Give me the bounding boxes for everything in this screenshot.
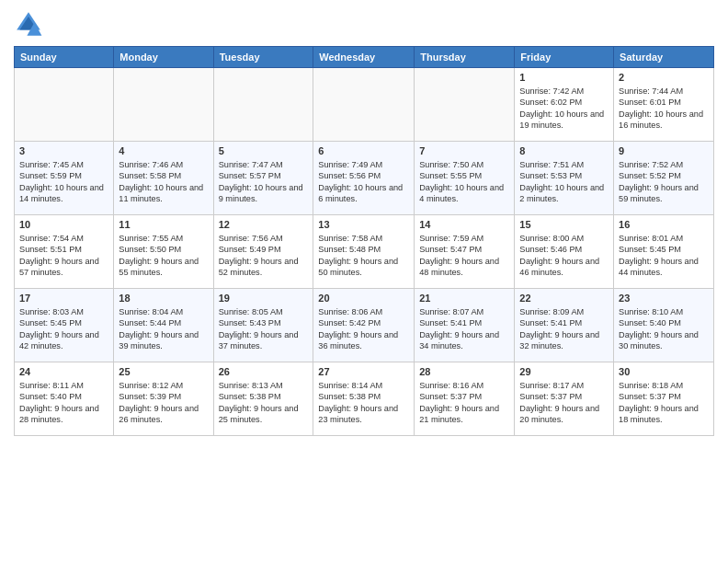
page: SundayMondayTuesdayWednesdayThursdayFrid… bbox=[0, 0, 728, 563]
day-cell: 5Sunrise: 7:47 AM Sunset: 5:57 PM Daylig… bbox=[213, 142, 313, 215]
logo-icon bbox=[14, 9, 43, 39]
col-header-tuesday: Tuesday bbox=[213, 47, 313, 68]
day-cell bbox=[415, 68, 515, 142]
day-cell: 25Sunrise: 8:12 AM Sunset: 5:39 PM Dayli… bbox=[114, 362, 213, 436]
day-cell: 21Sunrise: 8:07 AM Sunset: 5:41 PM Dayli… bbox=[415, 289, 515, 362]
day-info: Sunrise: 7:55 AM Sunset: 5:50 PM Dayligh… bbox=[119, 233, 208, 279]
day-info: Sunrise: 8:10 AM Sunset: 5:40 PM Dayligh… bbox=[619, 306, 709, 352]
calendar-header-row: SundayMondayTuesdayWednesdayThursdayFrid… bbox=[15, 47, 714, 68]
day-cell: 20Sunrise: 8:06 AM Sunset: 5:42 PM Dayli… bbox=[313, 289, 415, 362]
day-number: 12 bbox=[219, 218, 309, 232]
day-number: 30 bbox=[619, 365, 709, 379]
day-number: 25 bbox=[119, 365, 208, 379]
day-info: Sunrise: 8:18 AM Sunset: 5:37 PM Dayligh… bbox=[619, 380, 709, 426]
day-info: Sunrise: 8:09 AM Sunset: 5:41 PM Dayligh… bbox=[519, 306, 609, 352]
col-header-thursday: Thursday bbox=[415, 47, 515, 68]
day-number: 10 bbox=[19, 218, 108, 232]
day-cell: 29Sunrise: 8:17 AM Sunset: 5:37 PM Dayli… bbox=[515, 362, 614, 436]
day-info: Sunrise: 8:01 AM Sunset: 5:45 PM Dayligh… bbox=[619, 233, 709, 279]
col-header-wednesday: Wednesday bbox=[313, 47, 415, 68]
day-cell: 6Sunrise: 7:49 AM Sunset: 5:56 PM Daylig… bbox=[313, 142, 415, 215]
day-number: 19 bbox=[219, 292, 309, 305]
day-number: 26 bbox=[219, 365, 309, 379]
day-number: 29 bbox=[519, 365, 609, 379]
day-info: Sunrise: 8:06 AM Sunset: 5:42 PM Dayligh… bbox=[318, 306, 409, 352]
day-info: Sunrise: 7:45 AM Sunset: 5:59 PM Dayligh… bbox=[19, 159, 108, 205]
day-number: 21 bbox=[419, 292, 509, 305]
day-number: 24 bbox=[19, 365, 108, 379]
day-number: 16 bbox=[619, 218, 709, 232]
col-header-saturday: Saturday bbox=[614, 47, 714, 68]
day-number: 28 bbox=[419, 365, 509, 379]
day-cell bbox=[114, 68, 213, 142]
day-info: Sunrise: 7:50 AM Sunset: 5:55 PM Dayligh… bbox=[419, 159, 509, 205]
day-cell: 3Sunrise: 7:45 AM Sunset: 5:59 PM Daylig… bbox=[15, 142, 114, 215]
day-number: 7 bbox=[419, 144, 509, 158]
day-cell: 7Sunrise: 7:50 AM Sunset: 5:55 PM Daylig… bbox=[415, 142, 515, 215]
day-info: Sunrise: 8:11 AM Sunset: 5:40 PM Dayligh… bbox=[19, 380, 108, 426]
day-number: 13 bbox=[318, 218, 409, 232]
day-number: 22 bbox=[519, 292, 609, 305]
day-info: Sunrise: 8:00 AM Sunset: 5:46 PM Dayligh… bbox=[519, 233, 609, 279]
day-info: Sunrise: 7:42 AM Sunset: 6:02 PM Dayligh… bbox=[519, 86, 609, 132]
day-number: 4 bbox=[119, 144, 208, 158]
day-info: Sunrise: 8:07 AM Sunset: 5:41 PM Dayligh… bbox=[419, 306, 509, 352]
col-header-sunday: Sunday bbox=[15, 47, 114, 68]
week-row-4: 24Sunrise: 8:11 AM Sunset: 5:40 PM Dayli… bbox=[15, 362, 714, 436]
day-cell: 26Sunrise: 8:13 AM Sunset: 5:38 PM Dayli… bbox=[213, 362, 313, 436]
day-info: Sunrise: 7:52 AM Sunset: 5:52 PM Dayligh… bbox=[619, 159, 709, 205]
day-info: Sunrise: 7:51 AM Sunset: 5:53 PM Dayligh… bbox=[519, 159, 609, 205]
day-cell: 22Sunrise: 8:09 AM Sunset: 5:41 PM Dayli… bbox=[515, 289, 614, 362]
day-cell: 17Sunrise: 8:03 AM Sunset: 5:45 PM Dayli… bbox=[15, 289, 114, 362]
week-row-2: 10Sunrise: 7:54 AM Sunset: 5:51 PM Dayli… bbox=[15, 215, 714, 289]
day-cell: 16Sunrise: 8:01 AM Sunset: 5:45 PM Dayli… bbox=[614, 215, 714, 289]
day-number: 14 bbox=[419, 218, 509, 232]
day-cell: 10Sunrise: 7:54 AM Sunset: 5:51 PM Dayli… bbox=[15, 215, 114, 289]
day-cell: 30Sunrise: 8:18 AM Sunset: 5:37 PM Dayli… bbox=[614, 362, 714, 436]
day-number: 20 bbox=[318, 292, 409, 305]
day-cell bbox=[15, 68, 114, 142]
day-info: Sunrise: 7:56 AM Sunset: 5:49 PM Dayligh… bbox=[219, 233, 309, 279]
day-cell: 15Sunrise: 8:00 AM Sunset: 5:46 PM Dayli… bbox=[515, 215, 614, 289]
day-cell: 8Sunrise: 7:51 AM Sunset: 5:53 PM Daylig… bbox=[515, 142, 614, 215]
day-cell: 24Sunrise: 8:11 AM Sunset: 5:40 PM Dayli… bbox=[15, 362, 114, 436]
day-cell: 27Sunrise: 8:14 AM Sunset: 5:38 PM Dayli… bbox=[313, 362, 415, 436]
day-info: Sunrise: 7:46 AM Sunset: 5:58 PM Dayligh… bbox=[119, 159, 208, 205]
day-info: Sunrise: 7:44 AM Sunset: 6:01 PM Dayligh… bbox=[619, 86, 709, 132]
day-number: 18 bbox=[119, 292, 208, 305]
day-info: Sunrise: 7:58 AM Sunset: 5:48 PM Dayligh… bbox=[318, 233, 409, 279]
day-info: Sunrise: 7:49 AM Sunset: 5:56 PM Dayligh… bbox=[318, 159, 409, 205]
week-row-3: 17Sunrise: 8:03 AM Sunset: 5:45 PM Dayli… bbox=[15, 289, 714, 362]
day-number: 8 bbox=[519, 144, 609, 158]
col-header-friday: Friday bbox=[515, 47, 614, 68]
day-number: 27 bbox=[318, 365, 409, 379]
day-cell bbox=[313, 68, 415, 142]
day-info: Sunrise: 7:47 AM Sunset: 5:57 PM Dayligh… bbox=[219, 159, 309, 205]
day-number: 17 bbox=[19, 292, 108, 305]
day-cell: 13Sunrise: 7:58 AM Sunset: 5:48 PM Dayli… bbox=[313, 215, 415, 289]
day-number: 11 bbox=[119, 218, 208, 232]
day-number: 3 bbox=[19, 144, 108, 158]
logo bbox=[14, 9, 47, 39]
day-number: 6 bbox=[318, 144, 409, 158]
day-cell: 12Sunrise: 7:56 AM Sunset: 5:49 PM Dayli… bbox=[213, 215, 313, 289]
day-info: Sunrise: 8:12 AM Sunset: 5:39 PM Dayligh… bbox=[119, 380, 208, 426]
week-row-1: 3Sunrise: 7:45 AM Sunset: 5:59 PM Daylig… bbox=[15, 142, 714, 215]
day-info: Sunrise: 8:13 AM Sunset: 5:38 PM Dayligh… bbox=[219, 380, 309, 426]
day-cell: 28Sunrise: 8:16 AM Sunset: 5:37 PM Dayli… bbox=[415, 362, 515, 436]
day-cell: 1Sunrise: 7:42 AM Sunset: 6:02 PM Daylig… bbox=[515, 68, 614, 142]
week-row-0: 1Sunrise: 7:42 AM Sunset: 6:02 PM Daylig… bbox=[15, 68, 714, 142]
day-number: 23 bbox=[619, 292, 709, 305]
day-info: Sunrise: 8:05 AM Sunset: 5:43 PM Dayligh… bbox=[219, 306, 309, 352]
day-cell bbox=[213, 68, 313, 142]
day-number: 1 bbox=[519, 71, 609, 85]
day-cell: 23Sunrise: 8:10 AM Sunset: 5:40 PM Dayli… bbox=[614, 289, 714, 362]
col-header-monday: Monday bbox=[114, 47, 213, 68]
day-number: 5 bbox=[219, 144, 309, 158]
calendar-table: SundayMondayTuesdayWednesdayThursdayFrid… bbox=[14, 46, 714, 436]
day-info: Sunrise: 8:03 AM Sunset: 5:45 PM Dayligh… bbox=[19, 306, 108, 352]
day-info: Sunrise: 8:16 AM Sunset: 5:37 PM Dayligh… bbox=[419, 380, 509, 426]
day-cell: 2Sunrise: 7:44 AM Sunset: 6:01 PM Daylig… bbox=[614, 68, 714, 142]
day-info: Sunrise: 8:17 AM Sunset: 5:37 PM Dayligh… bbox=[519, 380, 609, 426]
day-cell: 11Sunrise: 7:55 AM Sunset: 5:50 PM Dayli… bbox=[114, 215, 213, 289]
